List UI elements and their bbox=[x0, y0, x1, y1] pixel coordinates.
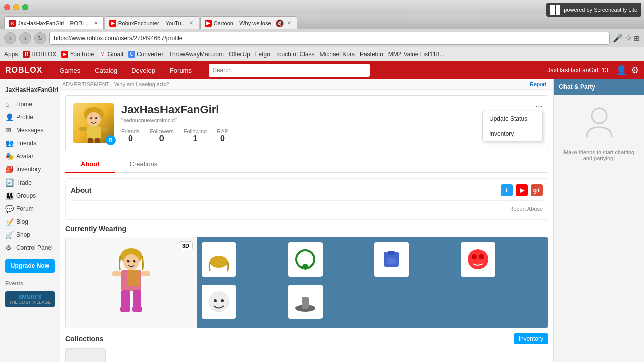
sidebar-item-friends[interactable]: 👥 Friends bbox=[0, 137, 60, 150]
audio-icon[interactable]: 🔇 bbox=[275, 19, 284, 27]
sidebar-item-messages[interactable]: ✉ Messages bbox=[0, 124, 60, 137]
tab-cartoon[interactable]: ▶ Cartoon – Why we lose 🔇 ✕ bbox=[200, 16, 297, 29]
profile-blurb: "sednucnuewcmimcid" bbox=[121, 117, 540, 123]
nav-games[interactable]: Games bbox=[52, 61, 88, 79]
smurfs-banner[interactable]: SMURFS THE LOST VILLAGE bbox=[5, 291, 55, 307]
sidebar-blog-label: Blog bbox=[16, 218, 28, 225]
sidebar-username: JaxHasHaxFanGirl bbox=[0, 84, 60, 98]
following-label: Following bbox=[184, 128, 207, 134]
close-window-btn[interactable] bbox=[4, 4, 10, 10]
bookmark-roblox[interactable]: R ROBLOX bbox=[23, 51, 56, 58]
sidebar-item-trade[interactable]: 🔄 Trade bbox=[0, 176, 60, 189]
sidebar-item-shop[interactable]: 🛒 Shop bbox=[0, 228, 60, 241]
inventory-icon: 🎒 bbox=[5, 165, 13, 173]
wearing-content: 3D bbox=[65, 237, 548, 328]
nav-forums[interactable]: Forums bbox=[163, 61, 199, 79]
extensions-icon[interactable]: ⊞ bbox=[634, 34, 640, 42]
more-options-button[interactable]: ··· bbox=[535, 101, 543, 111]
stat-friends: Friends 0 bbox=[121, 128, 140, 143]
item-cell-hair[interactable] bbox=[202, 242, 236, 277]
profile-icon: 👤 bbox=[5, 113, 13, 121]
upgrade-now-button[interactable]: Upgrade Now bbox=[5, 259, 55, 273]
url-bar[interactable]: https://www.roblox.com/users/270494667/p… bbox=[49, 32, 610, 45]
bookmark-touch[interactable]: Touch of Class bbox=[275, 51, 315, 58]
sidebar-item-control-panel[interactable]: ⚙ Control Panel bbox=[0, 241, 60, 254]
svg-point-28 bbox=[472, 254, 477, 259]
user-icon[interactable]: 👤 bbox=[616, 65, 627, 76]
groups-icon: 👪 bbox=[5, 192, 13, 200]
bookmark-mm2[interactable]: MM2 Value List118... bbox=[388, 51, 445, 58]
tab-youtube[interactable]: ▶ RobuxEncounter – YouTu... ✕ bbox=[105, 16, 199, 29]
minimize-window-btn[interactable] bbox=[13, 4, 19, 10]
chat-party-header: Chat & Party bbox=[554, 79, 644, 95]
report-abuse-link[interactable]: Report Abuse bbox=[71, 203, 543, 214]
sidebar-item-avatar[interactable]: 🎭 Avatar bbox=[0, 150, 60, 163]
collections-section: Collections Inventory bbox=[65, 333, 548, 362]
item-cell-face2[interactable] bbox=[202, 285, 236, 319]
report-link[interactable]: Report bbox=[530, 81, 546, 87]
stat-rap: RAP 0 bbox=[217, 128, 228, 143]
sidebar-item-blog[interactable]: 📝 Blog bbox=[0, 215, 60, 228]
bookmark-throwaway[interactable]: ThrowAwayMail.com bbox=[169, 51, 224, 58]
main-layout: JaxHasHaxFanGirl ⌂ Home 👤 Profile ✉ Mess… bbox=[0, 79, 644, 362]
sidebar-item-inventory[interactable]: 🎒 Inventory bbox=[0, 163, 60, 176]
letgo-bk-label: Letgo bbox=[255, 51, 270, 58]
svg-point-2 bbox=[90, 117, 92, 119]
bookmark-pastebin[interactable]: Pastebin bbox=[360, 51, 383, 58]
settings-icon[interactable]: ⚙ bbox=[631, 65, 639, 76]
followers-value: 0 bbox=[150, 134, 174, 143]
item-cell-face[interactable] bbox=[461, 242, 495, 277]
tab-youtube-close[interactable]: ✕ bbox=[188, 20, 195, 27]
tab-about[interactable]: About bbox=[65, 156, 115, 173]
svg-rect-34 bbox=[302, 297, 309, 309]
bookmark-converter[interactable]: C Converter bbox=[128, 51, 164, 58]
forward-button[interactable]: › bbox=[19, 32, 31, 44]
item-cell-necklace[interactable] bbox=[288, 242, 323, 277]
youtube-button[interactable]: ▶ bbox=[516, 184, 528, 196]
bookmark-youtube[interactable]: ▶ YouTube bbox=[61, 51, 94, 58]
star-icon[interactable]: ☆ bbox=[625, 33, 632, 43]
bookmark-gmail[interactable]: M Gmail bbox=[99, 51, 123, 58]
back-button[interactable]: ‹ bbox=[4, 32, 16, 44]
nav-develop[interactable]: Develop bbox=[124, 61, 163, 79]
tab-creations[interactable]: Creations bbox=[115, 156, 173, 173]
friends-value: 0 bbox=[121, 134, 140, 143]
item-cell-hat[interactable] bbox=[288, 285, 323, 319]
twitter-button[interactable]: t bbox=[501, 184, 513, 196]
maximize-window-btn[interactable] bbox=[22, 4, 28, 10]
tab-roblox-close[interactable]: ✕ bbox=[92, 20, 99, 27]
bookmark-offerup[interactable]: OfferUp bbox=[229, 51, 250, 58]
trade-icon: 🔄 bbox=[5, 178, 13, 187]
item-cell-backpack[interactable] bbox=[374, 242, 409, 277]
sidebar-item-home[interactable]: ⌂ Home bbox=[0, 98, 60, 111]
bookmark-michael[interactable]: Michael Kors bbox=[320, 51, 355, 58]
profile-stats: Friends 0 Followers 0 Following 1 RAP 0 bbox=[121, 128, 540, 143]
rap-value: 0 bbox=[217, 134, 228, 143]
inventory-item[interactable]: Inventory bbox=[483, 126, 542, 141]
watermark-text: powered by Screencastify Lite bbox=[564, 7, 637, 13]
bookmark-apps[interactable]: Apps bbox=[4, 51, 18, 58]
collection-item[interactable] bbox=[65, 348, 106, 362]
sidebar-item-groups[interactable]: 👪 Groups bbox=[0, 189, 60, 202]
refresh-button[interactable]: ↻ bbox=[34, 32, 46, 44]
three-d-button[interactable]: 3D bbox=[179, 241, 193, 250]
user-area: JaxHasHaxFanGirl: 13+ 👤 ⚙ bbox=[547, 65, 639, 76]
bookmarks-bar: Apps R ROBLOX ▶ YouTube M Gmail C Conver… bbox=[0, 47, 644, 61]
nav-catalog[interactable]: Catalog bbox=[88, 61, 124, 79]
sidebar-item-profile[interactable]: 👤 Profile bbox=[0, 111, 60, 124]
screencastify-watermark: powered by Screencastify Lite bbox=[546, 3, 641, 17]
mic-icon[interactable]: 🎤 bbox=[613, 33, 623, 43]
tab-youtube-label: RobuxEncounter – YouTu... bbox=[118, 20, 186, 26]
tab-cartoon-close[interactable]: ✕ bbox=[286, 20, 293, 27]
roblox-favicon: R bbox=[23, 51, 30, 58]
search-input[interactable] bbox=[209, 64, 370, 77]
youtube-favicon: ▶ bbox=[61, 51, 68, 58]
gplus-button[interactable]: g+ bbox=[531, 184, 543, 196]
bookmark-letgo[interactable]: Letgo bbox=[255, 51, 270, 58]
collections-inventory-button[interactable]: Inventory bbox=[514, 333, 548, 344]
tab-roblox[interactable]: R JaxHasHaxFanGirl – ROBL... ✕ bbox=[4, 16, 104, 29]
item-cell-empty1 bbox=[374, 285, 409, 319]
update-status-item[interactable]: Update Status bbox=[483, 111, 542, 126]
sidebar-home-label: Home bbox=[16, 101, 32, 108]
sidebar-item-forum[interactable]: 💬 Forum bbox=[0, 202, 60, 215]
